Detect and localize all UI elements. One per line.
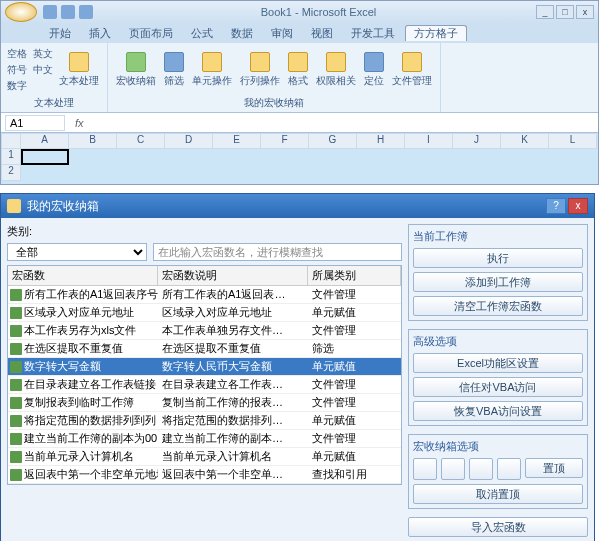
category-select[interactable]: 全部 (7, 243, 147, 261)
btn-text-process[interactable]: 文本处理 (57, 50, 101, 90)
macro-cat: 单元赋值 (308, 304, 401, 321)
permission-icon (326, 52, 346, 72)
macro-cat: 查找和引用 (308, 484, 401, 485)
legend-current-wb: 当前工作簿 (413, 229, 583, 244)
btn-restore-vba[interactable]: 恢复VBA访问设置 (413, 401, 583, 421)
macro-name: 复制报表到临时工作簿 (24, 395, 134, 410)
btn-format[interactable]: 格式 (286, 50, 310, 90)
col-header[interactable]: C (117, 133, 165, 149)
macro-icon (10, 397, 22, 409)
macro-name: 在目录表建立各工作表链接 (24, 377, 156, 392)
icon-btn-4[interactable] (497, 458, 521, 480)
col-header[interactable]: F (261, 133, 309, 149)
btn-trust-vba[interactable]: 信任对VBA访问 (413, 377, 583, 397)
row-header[interactable]: 2 (1, 165, 21, 181)
file-mgr-icon (402, 52, 422, 72)
col-header[interactable]: K (501, 133, 549, 149)
btn-unpin-top[interactable]: 取消置顶 (413, 484, 583, 504)
table-row[interactable]: 将指定范围的数据排列到列将指定范围的数据排列…单元赋值 (8, 412, 401, 430)
btn-cell-op[interactable]: 单元操作 (190, 50, 234, 90)
row-header[interactable]: 1 (1, 149, 21, 165)
table-row[interactable]: 当前单元录入计算机名当前单元录入计算机名单元赋值 (8, 448, 401, 466)
table-row[interactable]: 建立当前工作簿的副本为001表建立当前工作簿的副本…文件管理 (8, 430, 401, 448)
table-header[interactable]: 宏函数 宏函数说明 所属类别 (8, 266, 401, 286)
col-header[interactable]: H (357, 133, 405, 149)
dialog-help-button[interactable]: ? (546, 198, 566, 214)
table-row[interactable]: 本工作表另存为xls文件本工作表单独另存文件…文件管理 (8, 322, 401, 340)
table-row[interactable]: 在选区提取不重复值在选区提取不重复值筛选 (8, 340, 401, 358)
name-box[interactable]: A1 (5, 115, 65, 131)
qat-undo-icon[interactable] (61, 5, 75, 19)
tab-layout[interactable]: 页面布局 (121, 24, 181, 43)
spreadsheet-grid[interactable]: ABCDEFGHIJKL 12 (1, 133, 598, 183)
tab-developer[interactable]: 开发工具 (343, 24, 403, 43)
col-header[interactable]: J (453, 133, 501, 149)
btn-file-mgr[interactable]: 文件管理 (390, 50, 434, 90)
table-row[interactable]: 返回表中第一个非空单元地址返回表中第一个非空单…查找和引用 (8, 466, 401, 484)
search-input[interactable]: 在此输入宏函数名，进行模糊查找 (153, 243, 402, 261)
lbl-filter: 筛选 (164, 74, 184, 88)
btn-execute[interactable]: 执行 (413, 248, 583, 268)
cells[interactable] (21, 149, 69, 165)
fx-icon[interactable]: fx (69, 117, 90, 129)
btn-ribbon-settings[interactable]: Excel功能区设置 (413, 353, 583, 373)
btn-add-to-wb[interactable]: 添加到工作簿 (413, 272, 583, 292)
chk-number[interactable]: 数字 (7, 79, 27, 93)
select-all-corner[interactable] (1, 133, 21, 149)
table-row[interactable]: 数字转大写金额数字转人民币大写金额单元赋值 (8, 358, 401, 376)
office-button[interactable] (5, 2, 37, 22)
btn-permission[interactable]: 权限相关 (314, 50, 358, 90)
dialog-title-bar[interactable]: 我的宏收纳箱 ? x (1, 194, 594, 218)
btn-clear-wb-macros[interactable]: 清空工作簿宏函数 (413, 296, 583, 316)
qat-redo-icon[interactable] (79, 5, 93, 19)
col-header[interactable]: A (21, 133, 69, 149)
tab-insert[interactable]: 插入 (81, 24, 119, 43)
btn-filter[interactable]: 筛选 (162, 50, 186, 90)
icon-btn-3[interactable] (469, 458, 493, 480)
ribbon-group-text: 空格 英文 符号 中文 数字 文本处理 文本处理 (1, 43, 108, 112)
btn-locate[interactable]: 定位 (362, 50, 386, 90)
col-header[interactable]: D (165, 133, 213, 149)
table-row[interactable]: 区域录入对应单元地址区域录入对应单元地址单元赋值 (8, 304, 401, 322)
btn-pin-top[interactable]: 置顶 (525, 458, 583, 478)
tab-data[interactable]: 数据 (223, 24, 261, 43)
btn-rowcol-op[interactable]: 行列操作 (238, 50, 282, 90)
column-headers[interactable]: ABCDEFGHIJKL (21, 133, 597, 149)
btn-import-macro[interactable]: 导入宏函数 (408, 517, 588, 537)
cell-a1[interactable] (21, 149, 69, 165)
macro-desc: 所有工作表的A1返回表… (158, 286, 308, 303)
col-macro-cat[interactable]: 所属类别 (308, 266, 401, 285)
chk-english[interactable]: 英文 (33, 47, 53, 61)
table-row[interactable]: 在目录表建立各工作表链接在目录表建立各工作表…文件管理 (8, 376, 401, 394)
table-row[interactable]: 所有工作表的A1返回表序号所有工作表的A1返回表…文件管理 (8, 286, 401, 304)
btn-macro-box[interactable]: 宏收纳箱 (114, 50, 158, 90)
lbl-file-mgr: 文件管理 (392, 74, 432, 88)
col-header[interactable]: E (213, 133, 261, 149)
icon-btn-1[interactable] (413, 458, 437, 480)
macro-desc: 在目录表建立各工作表… (158, 376, 308, 393)
tab-formulas[interactable]: 公式 (183, 24, 221, 43)
tab-view[interactable]: 视图 (303, 24, 341, 43)
tab-home[interactable]: 开始 (41, 24, 79, 43)
col-header[interactable]: L (549, 133, 597, 149)
col-macro-desc[interactable]: 宏函数说明 (158, 266, 308, 285)
macro-desc: 当前单元录入计算机名 (158, 448, 308, 465)
col-header[interactable]: B (69, 133, 117, 149)
close-button[interactable]: x (576, 5, 594, 19)
icon-btn-2[interactable] (441, 458, 465, 480)
tab-ffgz[interactable]: 方方格子 (405, 25, 467, 41)
tab-review[interactable]: 审阅 (263, 24, 301, 43)
col-header[interactable]: I (405, 133, 453, 149)
maximize-button[interactable]: □ (556, 5, 574, 19)
col-header[interactable]: G (309, 133, 357, 149)
col-macro-name[interactable]: 宏函数 (8, 266, 158, 285)
dialog-close-button[interactable]: x (568, 198, 588, 214)
chk-symbol[interactable]: 符号 (7, 63, 27, 77)
minimize-button[interactable]: _ (536, 5, 554, 19)
qat-save-icon[interactable] (43, 5, 57, 19)
chk-space[interactable]: 空格 (7, 47, 27, 61)
chk-chinese[interactable]: 中文 (33, 63, 53, 77)
row-headers[interactable]: 12 (1, 149, 21, 181)
table-row[interactable]: 复制报表到临时工作簿复制当前工作簿的报表…文件管理 (8, 394, 401, 412)
table-row[interactable]: 返回表中非空单元区域地址返回表中各非空单元区…查找和引用 (8, 484, 401, 485)
